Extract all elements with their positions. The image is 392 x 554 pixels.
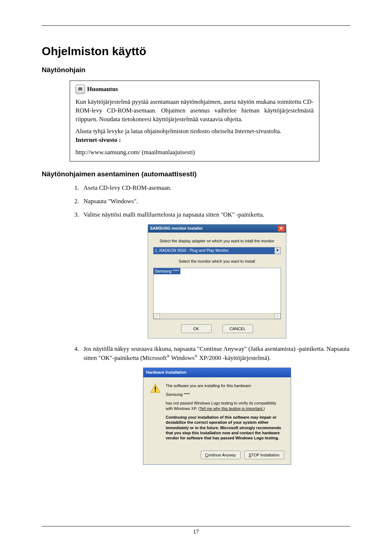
registered-mark: ® (167, 354, 170, 358)
page-title: Ohjelmiston käyttö (42, 45, 350, 58)
note-box: Huomautus Kun käyttöjärjestelmä pyytää a… (70, 81, 319, 161)
chevron-down-icon[interactable]: ▼ (274, 247, 281, 254)
note-header: Huomautus (75, 85, 314, 94)
cancel-button[interactable]: CANCEL (222, 324, 253, 333)
note-icon (75, 85, 85, 94)
hw-titlebar: Hardware Installation (143, 368, 291, 377)
hw-title: Hardware Installation (146, 370, 187, 375)
installer-buttons: OK CANCEL (153, 324, 281, 333)
close-icon[interactable]: ✕ (278, 225, 285, 232)
section-heading-install: Näytönohjaimen asentaminen (automaattise… (42, 170, 350, 178)
hw-line-1: The software you are installing for this… (166, 383, 284, 388)
note-paragraph-1: Kun käyttöjärjestelmä pyytää asentamaan … (75, 98, 314, 123)
rule-bottom (42, 526, 350, 526)
adapter-selected: 1. RADEON 9550 : Plug and Play Monitor (154, 247, 274, 254)
note-url: http://www.samsung.com/ (maailmanlaajuis… (75, 148, 314, 157)
internet-site-label: Internet-sivusto : (75, 136, 121, 143)
hw-warning-paragraph: Continuing your installation of this sof… (166, 415, 284, 440)
install-steps: Aseta CD-levy CD-ROM-asemaan. Napsauta "… (70, 184, 350, 465)
monitor-item[interactable]: Samsung **** (154, 268, 181, 274)
installer-body: Select the display adapter on which you … (148, 233, 286, 338)
installer-titlebar: SAMSUNG monitor installer ✕ (148, 225, 286, 233)
step-4: Jos näytöllä näkyy seuraava ikkuna, naps… (81, 345, 350, 465)
svg-rect-1 (155, 386, 156, 390)
stop-installation-button[interactable]: STOP Installation (244, 451, 284, 459)
monitor-listbox[interactable]: Samsung **** ‹ › (153, 268, 281, 319)
adapter-combobox[interactable]: 1. RADEON 9550 : Plug and Play Monitor ▼ (153, 247, 281, 254)
figure-installer: SAMSUNG monitor installer ✕ Select the d… (83, 224, 350, 339)
warning-icon (150, 383, 161, 394)
scroll-left-icon[interactable]: ‹ (154, 313, 160, 319)
page-number: 17 (42, 529, 350, 535)
logo-testing-link[interactable]: Tell me why this testing is important. (200, 406, 264, 411)
hw-text: The software you are installing for this… (166, 383, 284, 444)
ok-button[interactable]: OK (181, 324, 212, 333)
installer-instruction-2: Select the monitor which you want to ins… (153, 259, 281, 264)
page: Ohjelmiston käyttö Näytönohjain Huomautu… (0, 0, 392, 554)
note-paragraph-2: Alusta tyhjä levyke ja lataa ohjainohjel… (75, 127, 314, 144)
step-3: Valitse näyttösi malli malliluettelosta … (81, 211, 350, 339)
hw-line-3: has not passed Windows Logo testing to v… (166, 401, 284, 411)
hw-line-2: Samsung **** (166, 392, 284, 397)
samsung-installer-dialog: SAMSUNG monitor installer ✕ Select the d… (148, 224, 286, 339)
figure-hardware-warning: Hardware Installation The software you a… (83, 368, 350, 465)
scroll-right-icon[interactable]: › (274, 313, 281, 319)
note-title: Huomautus (87, 85, 118, 94)
footer: 17 (42, 526, 350, 535)
step-2: Napsauta "Windows". (81, 197, 350, 206)
hw-buttons: Continue Anyway STOP Installation (150, 451, 284, 459)
step-1: Aseta CD-levy CD-ROM-asemaan. (81, 184, 350, 192)
installer-title: SAMSUNG monitor installer (150, 226, 203, 231)
svg-rect-2 (155, 390, 156, 391)
horizontal-scrollbar[interactable]: ‹ › (154, 313, 281, 319)
rule-top (42, 25, 350, 26)
continue-anyway-button[interactable]: Continue Anyway (201, 451, 241, 459)
hardware-installation-dialog: Hardware Installation The software you a… (143, 368, 291, 465)
hw-body: The software you are installing for this… (143, 377, 291, 465)
installer-instruction-1: Select the display adapter on which you … (153, 238, 281, 244)
section-heading-driver: Näytönohjain (42, 66, 350, 74)
